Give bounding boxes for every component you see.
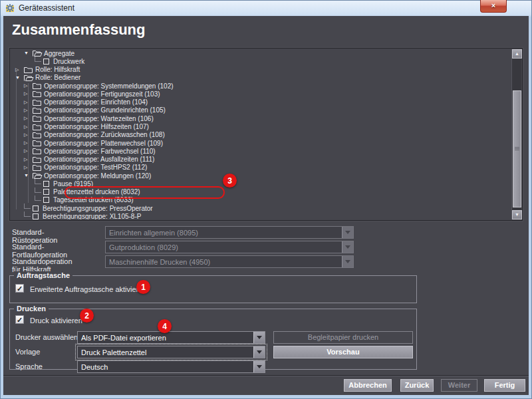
printer-select[interactable]: Als PDF-Datei exportieren — [77, 331, 265, 344]
page-title: Zusammenfassung — [12, 21, 146, 39]
folder-closed-icon — [33, 132, 44, 138]
folder-open-icon — [24, 74, 35, 81]
collapsed-arrow-icon[interactable]: ▷ — [24, 148, 33, 154]
tree-item[interactable]: ▷Operationsgruppe: Farbwechsel (110) — [11, 147, 511, 155]
vorlage-label: Vorlage — [15, 348, 40, 356]
tree-item-label: Tageszettel drucken (8033) — [53, 196, 134, 203]
tree-connector-line — [35, 179, 41, 184]
tree-item[interactable]: ▷Operationsgruppe: Einrichten (104) — [11, 98, 511, 106]
tree-item[interactable]: ▷Operationsgruppe: Grundeinrichten (105) — [11, 106, 511, 114]
tree-item-label: Operationsgruppe: Systemmeldungen (102) — [44, 82, 174, 90]
sprache-label: Sprache — [15, 362, 43, 370]
tree-item[interactable]: ▷Operationsgruppe: Fertigungszeit (103) — [11, 90, 511, 98]
collapsed-arrow-icon[interactable]: ▷ — [24, 140, 33, 146]
tree-item[interactable]: ▷Operationsgruppe: Zurückwaschen (108) — [11, 131, 511, 139]
tree-item[interactable]: Tageszettel drucken (8033) — [11, 196, 511, 204]
chevron-down-icon — [253, 332, 265, 343]
tree-item[interactable]: ▷Operationsgruppe: Wartezeiten (106) — [11, 114, 511, 122]
app-icon — [5, 3, 15, 13]
tree-item[interactable]: ▷Operationsgruppe: Plattenwechsel (109) — [11, 139, 511, 147]
tree-item-label: Palettenzettel drucken (8032) — [53, 188, 140, 196]
scroll-up-icon[interactable]: ▲ — [512, 49, 522, 59]
tree-checkbox[interactable] — [33, 205, 39, 211]
printer-select-value: Als PDF-Datei exportieren — [81, 334, 253, 342]
auftragstasche-groupbox: Auftragstasche ✓ Erweiterte Auftragstasc… — [9, 275, 417, 303]
collapsed-arrow-icon[interactable]: ▷ — [24, 165, 33, 170]
tree-checkbox[interactable] — [33, 213, 39, 219]
tree-item-label: Operationsgruppe: TestHPS2 (112) — [44, 164, 147, 171]
folder-closed-icon — [24, 66, 35, 73]
tree-item[interactable]: Berechtigungsgruppe: XL105-8-P — [11, 212, 511, 219]
chevron-down-icon — [342, 241, 353, 253]
folder-closed-icon — [33, 156, 44, 163]
folder-closed-icon — [33, 164, 44, 171]
summary-tree: ▼AggregateDruckwerk▷Rolle: Hilfskraft▼Ro… — [9, 48, 523, 221]
tree-item-label: Berechtigungsgruppe: PressOperator — [43, 205, 153, 212]
tree-item[interactable]: ▷Operationsgruppe: Systemmeldungen (102) — [11, 82, 511, 90]
tree-item[interactable]: Pause (9195) — [11, 180, 511, 188]
tree-item-label: Pause (9195) — [53, 180, 93, 188]
erweiterte-auftragstasche-label: Erweiterte Auftragstasche aktivieren — [30, 285, 146, 293]
expanded-arrow-icon[interactable]: ▼ — [24, 173, 33, 178]
tree-item-label: Operationsgruppe: Einrichten (104) — [44, 98, 148, 106]
tree-item[interactable]: ▷Operationsgruppe: Hilfszeiten (107) — [11, 122, 511, 130]
standard-fortlaufoperation-label: Standard-Fortlaufoperation — [12, 243, 67, 259]
erweiterte-auftragstasche-checkbox[interactable]: ✓ — [15, 284, 24, 293]
collapsed-arrow-icon[interactable]: ▷ — [24, 100, 33, 105]
cancel-button[interactable]: Abbrechen — [344, 379, 392, 392]
tree-item-label: Operationsgruppe: Hilfszeiten (107) — [44, 123, 149, 130]
template-select[interactable]: Druck Palettenzettel — [77, 346, 265, 358]
tree-item[interactable]: ▷Rolle: Hilfskraft — [11, 66, 511, 74]
tree-connector-line — [35, 196, 41, 201]
tree-item[interactable]: ▼Operationsgruppe: Meldungen (120) — [11, 172, 511, 180]
tree-item-label: Operationsgruppe: Meldungen (120) — [44, 172, 151, 180]
tree-item[interactable]: ▷Operationsgruppe: Ausfallzeiten (111) — [11, 155, 511, 163]
collapsed-arrow-icon[interactable]: ▷ — [24, 132, 33, 138]
collapsed-arrow-icon[interactable]: ▷ — [24, 124, 33, 130]
tree-item[interactable]: Druckwerk — [11, 57, 511, 65]
tree-checkbox[interactable] — [43, 189, 49, 195]
tree-item-label: Operationsgruppe: Grundeinrichten (105) — [44, 106, 166, 114]
tree-item[interactable]: ▷Operationsgruppe: TestHPS2 (112) — [11, 164, 511, 172]
expanded-arrow-icon[interactable]: ▼ — [15, 75, 24, 80]
expanded-arrow-icon[interactable]: ▼ — [24, 51, 33, 56]
collapsed-arrow-icon[interactable]: ▷ — [24, 116, 33, 121]
tree-item-label: Aggregate — [44, 50, 74, 57]
scrollbar-thumb[interactable] — [513, 90, 521, 207]
folder-closed-icon — [33, 82, 44, 89]
folder-closed-icon — [33, 115, 44, 122]
tree-item-label: Operationsgruppe: Plattenwechsel (109) — [44, 140, 163, 147]
tree-item[interactable]: ▼Aggregate — [11, 49, 511, 57]
tree-item[interactable]: Palettenzettel drucken (8032) — [11, 188, 511, 196]
collapsed-arrow-icon[interactable]: ▷ — [24, 91, 33, 96]
tree-connector-line — [35, 188, 41, 193]
tree-checkbox[interactable] — [43, 59, 49, 65]
tree-item[interactable]: ▼Rolle: Bediener — [11, 74, 511, 82]
tree-scrollbar[interactable]: ▲ ▼ — [511, 49, 521, 219]
collapsed-arrow-icon[interactable]: ▷ — [24, 83, 33, 88]
collapsed-arrow-icon[interactable]: ▷ — [24, 108, 33, 113]
scroll-down-icon[interactable]: ▼ — [512, 210, 522, 219]
tree-connector-line — [24, 211, 31, 217]
standard-ruestoperation-select: Einrichten allgemein (8095) — [105, 226, 354, 239]
language-select-value: Deutsch — [81, 363, 253, 371]
back-button[interactable]: Zurück — [400, 379, 434, 392]
folder-closed-icon — [33, 124, 44, 130]
druck-aktivieren-checkbox[interactable]: ✓ — [15, 315, 24, 324]
collapsed-arrow-icon[interactable]: ▷ — [24, 157, 33, 162]
window-title: Geräteassistent — [19, 3, 74, 13]
tree-item[interactable]: Berechtigungsgruppe: PressOperator — [11, 204, 511, 212]
finish-button[interactable]: Fertig — [484, 379, 525, 392]
tree-connector-line — [35, 57, 41, 62]
begleitpapier-drucken-button: Begleitpapier drucken — [273, 331, 413, 344]
tree-checkbox[interactable] — [43, 197, 49, 203]
vorschau-button[interactable]: Vorschau — [273, 346, 413, 358]
tree-checkbox[interactable] — [43, 181, 49, 187]
close-button[interactable]: × — [480, 0, 507, 13]
drucker-auswaehlen-label: Drucker auswählen — [15, 333, 78, 341]
folder-open-icon — [33, 50, 44, 57]
collapsed-arrow-icon[interactable]: ▷ — [15, 67, 24, 72]
language-select[interactable]: Deutsch — [77, 360, 265, 373]
chevron-down-icon — [253, 346, 265, 358]
folder-closed-icon — [33, 99, 44, 106]
